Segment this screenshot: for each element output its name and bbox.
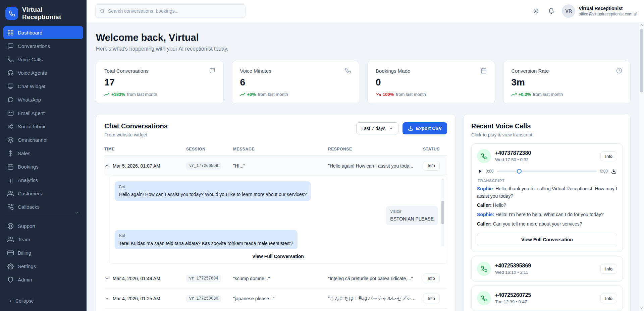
nav-scroll-chevron-icon[interactable] — [74, 210, 79, 215]
message-text: ESTONIAN PLEASE — [390, 216, 434, 222]
voice-call-card[interactable]: +40725395869 Wed 16:10 • 2:11 Info — [471, 256, 623, 282]
call-meta: Wed 16:10 • 2:11 — [495, 270, 531, 275]
grid-icon — [7, 29, 14, 36]
stat-change-pct: 100% — [383, 92, 394, 97]
message-sender: Bot — [119, 184, 307, 190]
sidebar-item-label: Callbacks — [18, 204, 40, 210]
sidebar-item-label: Customers — [18, 191, 42, 196]
row-message: "japanese please..." — [233, 296, 325, 301]
search-box[interactable] — [95, 4, 246, 18]
layers-icon — [7, 137, 14, 143]
user-menu[interactable]: VR Virtual Receptionist office@virtualre… — [562, 4, 637, 18]
table-row[interactable]: Mar 4, 2026, 01:25 AM vr_177258030 "japa… — [104, 289, 447, 309]
voice-call-card[interactable]: +40725260725 Tue 12:39 • 0:47 Info — [471, 286, 623, 311]
call-meta: Wed 17:50 • 0:32 — [495, 157, 531, 162]
sidebar-item-callbacks[interactable]: Callbacks — [3, 200, 83, 213]
chat-bubble-icon — [209, 68, 215, 74]
user-email: office@virtualreceptionist.com.ai — [579, 12, 637, 16]
view-full-conversation-button[interactable]: View Full Conversation — [477, 233, 617, 246]
seek-slider-handle[interactable] — [517, 169, 522, 174]
trend-down-icon — [376, 92, 381, 97]
calendar-icon — [481, 68, 487, 74]
sidebar-item-billing[interactable]: Billing — [3, 246, 83, 259]
chevron-down-icon[interactable] — [104, 276, 109, 281]
whatsapp-icon — [7, 97, 14, 103]
sidebar-item-label: Admin — [18, 277, 32, 283]
info-button[interactable]: Info — [423, 273, 440, 283]
scroll-down-arrow-icon[interactable] — [640, 306, 644, 310]
sidebar-item-social-inbox[interactable]: Social Inbox — [3, 120, 83, 133]
sidebar-item-chat-widget[interactable]: Chat Widget — [3, 80, 83, 93]
clock-icon — [616, 68, 622, 74]
message-sender: Visitor — [390, 209, 434, 214]
stat-change-pct: +0% — [247, 92, 256, 97]
chat-conversations-panel: Chat Conversations From website widget L… — [96, 114, 455, 311]
info-button[interactable]: Info — [423, 161, 440, 171]
sidebar-item-admin[interactable]: Admin — [3, 273, 83, 286]
stat-card-conversion-rate: Conversion Rate 3m +0.3% from last month — [503, 61, 631, 104]
shield-icon — [7, 276, 14, 283]
sidebar-item-whatsapp[interactable]: WhatsApp — [3, 93, 83, 106]
date-range-select[interactable]: Last 7 days — [356, 122, 398, 134]
chevron-down-icon[interactable] — [104, 296, 109, 301]
user-name: Virtual Receptionist — [579, 5, 637, 11]
conversation-scroll-area[interactable]: Bot Hello again! How can I assist you to… — [109, 176, 447, 249]
row-message: "scump domne..." — [233, 276, 325, 281]
table-row[interactable]: Mar 5, 2026, 01:07 AM vr_177266559 "HI..… — [104, 156, 447, 176]
call-number: +40725260725 — [495, 292, 531, 298]
page-scrollbar-thumb[interactable] — [640, 29, 643, 92]
sidebar-item-voice-calls[interactable]: Voice Calls — [3, 53, 83, 66]
sidebar-item-team[interactable]: Team — [3, 233, 83, 246]
view-full-conversation-link[interactable]: View Full Conversation — [109, 249, 447, 263]
sidebar-item-label: Settings — [18, 263, 36, 269]
column-session: SESSION — [186, 147, 230, 151]
table-row[interactable]: Mar 4, 2026, 01:49 AM vr_177257604 "scum… — [104, 268, 447, 289]
play-icon[interactable] — [478, 169, 482, 174]
theme-toggle-button[interactable] — [532, 6, 541, 15]
sidebar-item-sales[interactable]: Sales — [3, 147, 83, 160]
sidebar-divider — [5, 216, 81, 216]
sidebar-item-label: Dashboard — [18, 30, 42, 36]
sidebar-item-support[interactable]: Support — [3, 220, 83, 233]
page-scrollbar[interactable] — [639, 22, 644, 311]
call-info-button[interactable]: Info — [600, 151, 617, 161]
download-icon[interactable] — [611, 169, 616, 174]
sidebar-item-dashboard[interactable]: Dashboard — [3, 26, 83, 39]
sidebar-item-bookings[interactable]: Bookings — [3, 160, 83, 173]
scroll-up-arrow-icon[interactable] — [640, 23, 644, 27]
recent-voice-calls-panel: Recent Voice Calls Click to play & view … — [464, 114, 631, 311]
search-input[interactable] — [108, 8, 241, 14]
date-range-value: Last 7 days — [361, 126, 385, 131]
chat-bubble-icon — [7, 43, 14, 49]
sidebar-item-analytics[interactable]: Analytics — [3, 174, 83, 187]
conversation-scrollbar-thumb[interactable] — [441, 201, 444, 224]
sidebar-item-customers[interactable]: Customers — [3, 187, 83, 200]
call-info-button[interactable]: Info — [600, 264, 617, 274]
collapse-sidebar-button[interactable]: Collapse — [3, 294, 83, 308]
stat-value: 3m — [512, 77, 623, 88]
bar-chart-icon — [7, 177, 14, 183]
notifications-button[interactable] — [547, 6, 556, 15]
sidebar-item-voice-agents[interactable]: Voice Agents — [3, 66, 83, 79]
trend-up-icon — [104, 92, 109, 97]
avatar[interactable]: VR — [562, 4, 575, 18]
voice-panel-subtitle: Click to play & view transcript — [471, 132, 623, 137]
sidebar-item-label: Omnichannel — [18, 137, 47, 143]
chevron-up-icon[interactable] — [104, 163, 109, 168]
seek-slider[interactable] — [497, 169, 596, 174]
sidebar-item-label: Team — [18, 237, 30, 242]
calendar-icon — [7, 164, 14, 170]
session-badge: vr_177266559 — [186, 162, 221, 170]
sidebar-item-label: Voice Calls — [18, 57, 43, 62]
sidebar-item-omnichannel[interactable]: Omnichannel — [3, 133, 83, 146]
export-csv-button[interactable]: Export CSV — [402, 122, 447, 134]
sidebar-item-settings[interactable]: Settings — [3, 260, 83, 273]
voice-call-card[interactable]: +40737872380 Wed 17:50 • 0:32 Info 0:00 — [471, 143, 623, 252]
call-info-button[interactable]: Info — [600, 294, 617, 303]
sidebar-item-email-agent[interactable]: Email Agent — [3, 107, 83, 120]
stat-change-note: from last month — [127, 92, 157, 97]
info-button[interactable]: Info — [423, 294, 440, 303]
table-row[interactable]: Mar 4, 2026, 01:14 AM vr_177257662 "ce p… — [104, 309, 447, 311]
stat-label: Bookings Made — [376, 68, 410, 74]
sidebar-item-conversations[interactable]: Conversations — [3, 40, 83, 53]
